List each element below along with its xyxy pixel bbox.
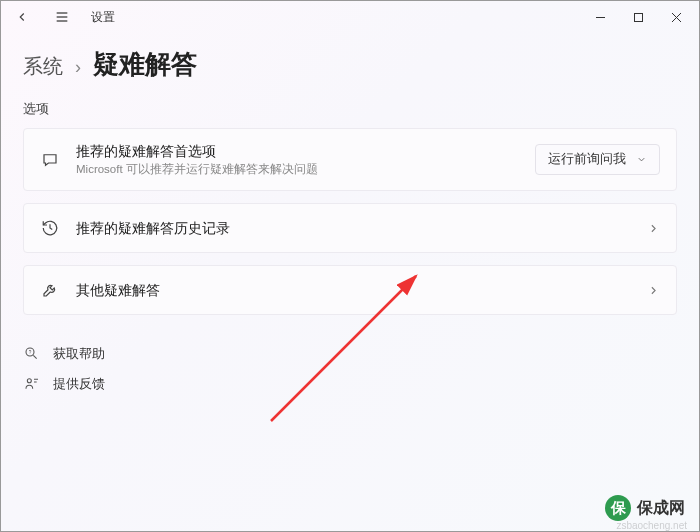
svg-text:?: ?: [29, 350, 32, 355]
help-icon: ?: [23, 345, 41, 363]
svg-point-9: [27, 379, 31, 383]
chevron-right-icon: [647, 284, 660, 297]
svg-rect-4: [634, 13, 642, 21]
chevron-right-icon: [647, 222, 660, 235]
card-title: 推荐的疑难解答首选项: [76, 143, 519, 161]
link-feedback[interactable]: 提供反馈: [23, 369, 677, 399]
card-title: 其他疑难解答: [76, 282, 631, 300]
pref-dropdown[interactable]: 运行前询问我: [535, 144, 660, 175]
link-label: 获取帮助: [53, 345, 105, 363]
breadcrumb: 系统 › 疑难解答: [23, 47, 677, 82]
card-other-troubleshooters[interactable]: 其他疑难解答: [23, 265, 677, 315]
dropdown-value: 运行前询问我: [548, 151, 626, 168]
chevron-right-icon: ›: [75, 57, 81, 78]
link-get-help[interactable]: ? 获取帮助: [23, 339, 677, 369]
card-history[interactable]: 推荐的疑难解答历史记录: [23, 203, 677, 253]
section-label: 选项: [23, 100, 677, 118]
page-title: 疑难解答: [93, 47, 197, 82]
wrench-icon: [40, 280, 60, 300]
nav-menu-button[interactable]: [45, 3, 79, 31]
history-icon: [40, 218, 60, 238]
card-recommended-pref: 推荐的疑难解答首选项 Microsoft 可以推荐并运行疑难解答来解决问题 运行…: [23, 128, 677, 191]
card-title: 推荐的疑难解答历史记录: [76, 220, 631, 238]
chat-icon: [40, 150, 60, 170]
back-button[interactable]: [5, 3, 39, 31]
minimize-button[interactable]: [581, 3, 619, 31]
watermark-text: 保成网: [637, 498, 685, 519]
breadcrumb-parent[interactable]: 系统: [23, 53, 63, 80]
titlebar: 设置: [1, 1, 699, 33]
chevron-down-icon: [636, 154, 647, 165]
close-button[interactable]: [657, 3, 695, 31]
watermark-url: zsbaocheng.net: [616, 520, 687, 531]
watermark-logo-icon: 保: [605, 495, 631, 521]
link-label: 提供反馈: [53, 375, 105, 393]
maximize-button[interactable]: [619, 3, 657, 31]
app-title: 设置: [91, 9, 115, 26]
watermark-brand: 保 保成网: [605, 495, 685, 521]
card-subtitle: Microsoft 可以推荐并运行疑难解答来解决问题: [76, 162, 519, 177]
feedback-icon: [23, 375, 41, 393]
